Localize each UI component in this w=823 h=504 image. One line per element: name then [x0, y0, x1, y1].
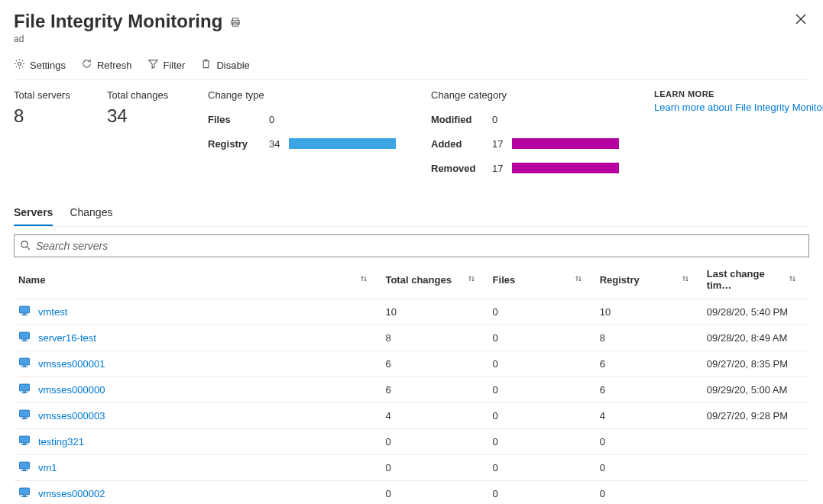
server-link[interactable]: testing321: [38, 436, 84, 447]
total-servers-label: Total servers: [14, 89, 83, 101]
server-icon: [18, 383, 31, 397]
svg-line-7: [27, 247, 30, 250]
close-button[interactable]: [792, 11, 809, 30]
svg-rect-23: [21, 393, 28, 393]
cell-files: 0: [488, 351, 595, 377]
removed-bar: [512, 163, 619, 173]
files-label: Files: [208, 114, 269, 125]
modified-value: 0: [492, 114, 512, 125]
cell-files: 0: [488, 299, 595, 325]
svg-point-6: [21, 241, 28, 247]
cell-files: 0: [488, 481, 595, 505]
change-category-modified-row: Modified 0: [431, 110, 630, 128]
table-row: server16-test80809/28/20, 8:49 AM: [14, 325, 809, 351]
registry-label: Registry: [208, 138, 269, 150]
svg-rect-27: [21, 418, 28, 419]
cell-last-change: [702, 455, 809, 481]
print-icon[interactable]: [230, 11, 241, 32]
col-registry-label: Registry: [600, 274, 640, 286]
refresh-button[interactable]: Refresh: [81, 58, 132, 72]
settings-button[interactable]: Settings: [14, 58, 66, 72]
tab-servers[interactable]: Servers: [14, 206, 53, 226]
filter-label: Filter: [164, 60, 186, 71]
server-link[interactable]: vmsses000001: [38, 358, 105, 370]
server-link[interactable]: vmsses000003: [38, 410, 105, 422]
learn-more-label: LEARN MORE: [654, 89, 823, 99]
learn-more-link[interactable]: Learn more about File Integrity Monitori…: [654, 102, 823, 113]
filter-icon: [147, 58, 159, 72]
sort-icon: [359, 274, 368, 286]
svg-rect-16: [20, 358, 30, 365]
server-link[interactable]: vmsses000000: [38, 384, 105, 396]
svg-rect-8: [20, 306, 30, 313]
col-files-label: Files: [493, 274, 516, 286]
svg-rect-34: [23, 470, 26, 470]
col-files[interactable]: Files: [488, 260, 595, 299]
cell-registry: 4: [595, 403, 702, 429]
registry-bar: [289, 138, 396, 149]
server-link[interactable]: vm1: [38, 462, 57, 473]
svg-rect-14: [23, 340, 26, 341]
svg-rect-11: [21, 315, 28, 315]
removed-value: 17: [492, 163, 512, 174]
col-last-change[interactable]: Last change tim…: [702, 260, 809, 299]
sort-icon: [681, 274, 690, 286]
table-row: vm1000: [14, 455, 809, 481]
server-link[interactable]: server16-test: [38, 332, 96, 344]
removed-label: Removed: [431, 163, 492, 174]
cell-total-changes: 0: [381, 481, 488, 505]
refresh-icon: [81, 58, 92, 72]
svg-rect-15: [21, 341, 28, 341]
cell-last-change: 09/28/20, 8:49 AM: [702, 325, 809, 351]
filter-button[interactable]: Filter: [147, 58, 186, 72]
server-link[interactable]: vmtest: [38, 306, 67, 318]
server-icon: [18, 460, 31, 475]
servers-table: Name Total changes Files Registry Last c…: [14, 260, 809, 504]
tab-changes[interactable]: Changes: [70, 206, 112, 226]
server-icon: [18, 435, 31, 449]
cell-registry: 8: [595, 325, 702, 351]
svg-point-5: [18, 62, 21, 65]
cell-files: 0: [488, 377, 595, 403]
table-row: vmsses00000060609/29/20, 5:00 AM: [14, 377, 809, 403]
svg-rect-28: [20, 436, 30, 443]
cell-total-changes: 0: [381, 455, 488, 481]
disable-label: Disable: [216, 60, 249, 71]
cell-registry: 6: [595, 351, 702, 377]
svg-rect-38: [23, 496, 26, 496]
cell-total-changes: 0: [381, 429, 488, 455]
total-changes-value: 34: [107, 105, 183, 127]
svg-rect-26: [23, 418, 26, 418]
cell-last-change: 09/29/20, 5:00 AM: [702, 377, 809, 403]
disable-button[interactable]: Disable: [200, 58, 249, 72]
col-registry[interactable]: Registry: [595, 260, 702, 299]
search-input[interactable]: [14, 234, 809, 257]
col-total-changes-label: Total changes: [385, 274, 451, 286]
server-icon: [18, 357, 31, 371]
cell-total-changes: 4: [381, 403, 488, 429]
cell-total-changes: 8: [381, 325, 488, 351]
summary-row: Total servers 8 Total changes 34 Change …: [14, 89, 809, 183]
table-row: vmtest1001009/28/20, 5:40 PM: [14, 299, 809, 325]
svg-rect-39: [21, 496, 28, 497]
table-row: vmsses00000160609/27/20, 8:35 PM: [14, 351, 809, 377]
svg-rect-18: [23, 366, 26, 367]
col-total-changes[interactable]: Total changes: [381, 260, 488, 299]
server-icon: [18, 409, 31, 423]
settings-label: Settings: [30, 60, 66, 71]
svg-rect-22: [23, 392, 26, 393]
cell-last-change: 09/27/20, 8:35 PM: [702, 351, 809, 377]
cell-total-changes: 6: [381, 377, 488, 403]
refresh-label: Refresh: [97, 60, 132, 71]
col-name[interactable]: Name: [14, 260, 381, 299]
svg-rect-10: [23, 314, 26, 315]
change-type-files-row: Files 0: [208, 110, 407, 128]
cell-total-changes: 6: [381, 351, 488, 377]
svg-rect-36: [20, 488, 30, 495]
change-type-label: Change type: [208, 89, 407, 101]
change-category-added-row: Added 17: [431, 134, 630, 153]
server-link[interactable]: vmsses000002: [38, 488, 105, 499]
cell-registry: 10: [595, 299, 702, 325]
cell-registry: 0: [595, 429, 702, 455]
server-icon: [18, 486, 31, 501]
